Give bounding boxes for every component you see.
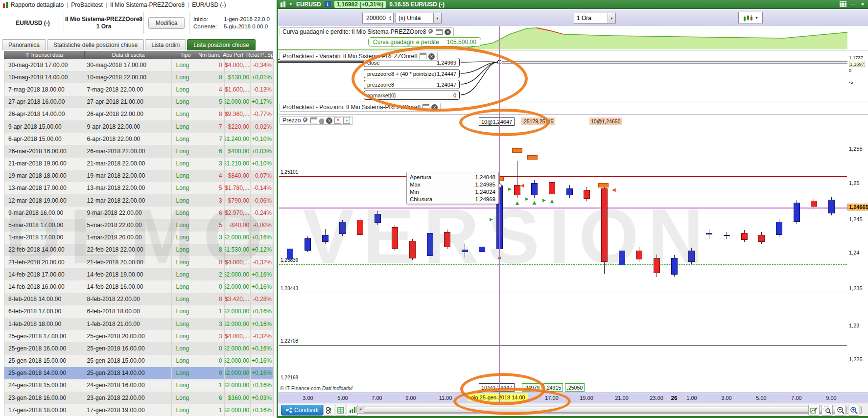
cell-abs-perf: $1.210,00 bbox=[225, 158, 251, 170]
time-tick: 9.00 bbox=[826, 395, 836, 401]
table-row[interactable]: 21-mar-2018 19.00.0021-mar-2018 22.00.00… bbox=[4, 158, 273, 170]
scrollbar-thumb[interactable] bbox=[364, 407, 847, 413]
chart-type-button[interactable]: ▼ bbox=[738, 12, 763, 24]
table-row[interactable]: 25-gen-2018 15.00.0025-gen-2018 15.00.00… bbox=[4, 355, 273, 367]
time-tick: 5.00 bbox=[337, 395, 348, 401]
minimize-icon[interactable]: ─ bbox=[849, 1, 856, 7]
workspace-grid-icon[interactable] bbox=[840, 1, 846, 7]
variables-pane-header[interactable]: ProBacktest - Variabili: Il Mio Sistema-… bbox=[280, 52, 438, 61]
close-pane-icon[interactable]: × bbox=[428, 53, 435, 60]
zoom-selection-icon[interactable] bbox=[821, 405, 833, 416]
tab-statistiche-delle-posizioni-chiuse[interactable]: Statistiche delle posizioni chiuse bbox=[47, 39, 144, 50]
symbol-label[interactable]: EURUSD bbox=[296, 1, 321, 8]
time-scrollbar[interactable]: ◂ ▸ bbox=[356, 406, 862, 414]
detach-window-icon[interactable] bbox=[436, 29, 443, 35]
tab-lista-ordini[interactable]: Lista ordini bbox=[145, 39, 186, 50]
cell-bars: 5 bbox=[202, 96, 225, 108]
column-header-4[interactable]: Nm barre bbox=[199, 51, 220, 59]
table-row[interactable]: 12-mar-2018 19.00.0012-mar-2018 22.00.00… bbox=[4, 194, 273, 207]
equity-legend: Curva guadagni e perdite 105.500,00 bbox=[368, 37, 481, 46]
table-row[interactable]: 26-mar-2018 16.00.0026-mar-2018 22.00.00… bbox=[4, 145, 273, 157]
table-row[interactable]: 6-feb-2018 17.00.006-feb-2018 18.00.00Lo… bbox=[4, 305, 273, 318]
table-row[interactable]: 26-apr-2018 14.00.0026-apr-2018 22.00.00… bbox=[4, 108, 273, 120]
cell-abs-perf: -$4.000,... bbox=[225, 330, 251, 342]
timeframe-select[interactable]: 1 Ora▼ bbox=[574, 13, 616, 23]
cell-rel-perf: +0,16% bbox=[251, 404, 273, 416]
quantity-value[interactable]: 200000 bbox=[363, 15, 387, 22]
column-header-1[interactable]: ⇑ Inserisci data bbox=[4, 51, 85, 59]
column-header-6[interactable]: Relat P... bbox=[246, 51, 268, 59]
scroll-left-icon[interactable]: ◂ bbox=[357, 407, 363, 412]
cell-entry-date: 27-apr-2018 16.00.00 bbox=[4, 96, 83, 108]
cell-rel-perf: +0,16% bbox=[251, 268, 273, 280]
close-pane-icon[interactable]: × bbox=[445, 29, 451, 35]
table-row[interactable]: 14-feb-2018 16.00.0014-feb-2018 16.00.00… bbox=[4, 280, 273, 293]
table-row[interactable]: 8-feb-2018 14.00.008-feb-2018 22.00.00Lo… bbox=[4, 293, 273, 305]
chevron-down-icon[interactable]: ▼ bbox=[289, 2, 293, 6]
close-pane-icon[interactable]: × bbox=[431, 104, 438, 111]
close-icon[interactable]: × bbox=[859, 1, 866, 7]
table-row[interactable]: 25-gen-2018 17.00.0025-gen-2018 20.00.00… bbox=[4, 330, 273, 342]
zoom-in-icon[interactable] bbox=[848, 405, 859, 416]
table-row[interactable]: 27-apr-2018 16.00.0027-apr-2018 21.00.00… bbox=[4, 96, 273, 108]
info-icon[interactable]: i bbox=[325, 1, 331, 7]
cell-entry-date: 1-mar-2018 17.00.00 bbox=[4, 232, 83, 244]
detach-window-icon[interactable] bbox=[310, 117, 317, 123]
table-row[interactable]: 14-feb-2018 17.00.0014-feb-2018 19.00.00… bbox=[4, 268, 273, 280]
table-row[interactable]: 7-mag-2018 18.00.007-mag-2018 22.00.00Lo… bbox=[4, 83, 273, 95]
breadcrumb-item-instrument[interactable]: EUR/USD (-) bbox=[192, 1, 226, 8]
price-pane-header[interactable]: Prezzo × ▼ ▲ bbox=[280, 116, 353, 125]
table-row[interactable]: 25-gen-2018 16.00.0025-gen-2018 16.00.00… bbox=[4, 342, 273, 354]
detach-window-icon[interactable] bbox=[422, 104, 429, 110]
equity-pane-header[interactable]: Curva guadagni e perdite: Il Mio Sistema… bbox=[280, 27, 454, 36]
breadcrumb-item-probacktest[interactable]: ProBacktest bbox=[71, 1, 103, 8]
modify-button[interactable]: Modifica bbox=[148, 17, 185, 29]
breadcrumb-item-report[interactable]: Rapporto dettagliato bbox=[11, 1, 64, 8]
settings-wrench-icon[interactable] bbox=[303, 117, 308, 123]
buy-arrow-icon[interactable]: ▲ bbox=[343, 117, 350, 124]
sell-arrow-icon[interactable]: ▼ bbox=[334, 117, 341, 124]
tab-panoramica[interactable]: Panoramica bbox=[2, 39, 46, 50]
time-axis[interactable]: 3.005.007.009.0011.0017.0019.0021.0023.0… bbox=[278, 393, 868, 403]
table-row[interactable]: 1-feb-2018 18.00.001-feb-2018 21.00.00Lo… bbox=[4, 318, 273, 330]
order-tool-icon[interactable] bbox=[323, 405, 334, 416]
table-row[interactable]: 9-mar-2018 16.00.009-mar-2018 22.00.00Lo… bbox=[4, 207, 273, 219]
column-header-2[interactable]: Data di uscita bbox=[85, 51, 172, 59]
settings-wrench-icon[interactable] bbox=[428, 29, 434, 35]
cell-entry-date: 25-gen-2018 15.00.00 bbox=[4, 355, 83, 367]
table-row[interactable]: 21-feb-2018 20.00.0021-feb-2018 20.00.00… bbox=[4, 256, 273, 268]
table-row[interactable]: 10-mag-2018 14.00.0010-mag-2018 22.00.00… bbox=[4, 71, 273, 83]
table-row[interactable]: 24-gen-2018 15.00.0024-gen-2018 16.00.00… bbox=[4, 379, 273, 392]
table-row[interactable]: 23-gen-2018 16.00.0023-gen-2018 22.00.00… bbox=[4, 392, 273, 404]
alert-bell-icon[interactable] bbox=[319, 118, 324, 123]
table-row[interactable]: 22-feb-2018 14.00.0022-feb-2018 22.00.00… bbox=[4, 244, 273, 256]
unit-select[interactable]: (x) Unità▼ bbox=[396, 13, 442, 23]
column-header-7[interactable]: Sp bbox=[268, 51, 273, 59]
table-row[interactable]: 30-mag-2018 17.00.0030-mag-2018 17.00.00… bbox=[4, 59, 273, 71]
detach-window-icon[interactable] bbox=[420, 53, 426, 59]
table-row[interactable]: 19-mar-2018 18.00.0019-mar-2018 22.00.00… bbox=[4, 170, 273, 182]
price-pane[interactable]: Prezzo × ▼ ▲ © IT-Finance.com Dati indic… bbox=[278, 115, 868, 393]
column-header-3[interactable]: Tipo bbox=[172, 51, 199, 59]
table-row[interactable]: 9-apr-2018 15.00.009-apr-2018 22.00.00Lo… bbox=[4, 120, 273, 133]
cell-abs-perf: $2.000,00 bbox=[225, 342, 251, 354]
time-tick: 1.00 bbox=[686, 395, 697, 401]
zoom-out-icon[interactable] bbox=[835, 405, 846, 416]
share-button[interactable]: Condividi bbox=[281, 405, 323, 416]
breadcrumb-item-system[interactable]: Il Mio Sistema-PREZZOore8 bbox=[110, 1, 185, 8]
tab-lista-posizioni-chiuse[interactable]: Lista posizioni chiuse bbox=[187, 39, 255, 50]
table-row[interactable]: 17-gen-2018 18.00.0017-gen-2018 19.00.00… bbox=[4, 404, 273, 416]
quantity-stepper[interactable]: 200000 ▲▼ bbox=[362, 13, 394, 23]
stepper-arrows-icon[interactable]: ▲▼ bbox=[387, 15, 393, 21]
table-row[interactable]: 25-gen-2018 14.00.0025-gen-2018 14.00.00… bbox=[4, 367, 273, 379]
table-row[interactable]: 13-mar-2018 17.00.0013-mar-2018 22.00.00… bbox=[4, 182, 273, 194]
table-row[interactable]: 6-apr-2018 15.00.006-apr-2018 22.00.00Lo… bbox=[4, 133, 273, 145]
table-row[interactable]: 5-mar-2018 17.00.005-mar-2018 22.00.00Lo… bbox=[4, 219, 273, 231]
table-row[interactable]: 1-mar-2018 17.00.001-mar-2018 20.00.00Lo… bbox=[4, 232, 273, 244]
draw-indicator-icon[interactable] bbox=[808, 405, 820, 416]
positions-pane-header[interactable]: ProBacktest - Posizioni: Il Mio Sistema-… bbox=[280, 103, 441, 112]
chart-table-icon[interactable] bbox=[335, 405, 346, 416]
cell-abs-perf: $2.000,00 bbox=[225, 280, 251, 293]
close-pane-icon[interactable]: × bbox=[326, 117, 332, 124]
column-header-5[interactable]: Abs Perf bbox=[220, 51, 246, 59]
